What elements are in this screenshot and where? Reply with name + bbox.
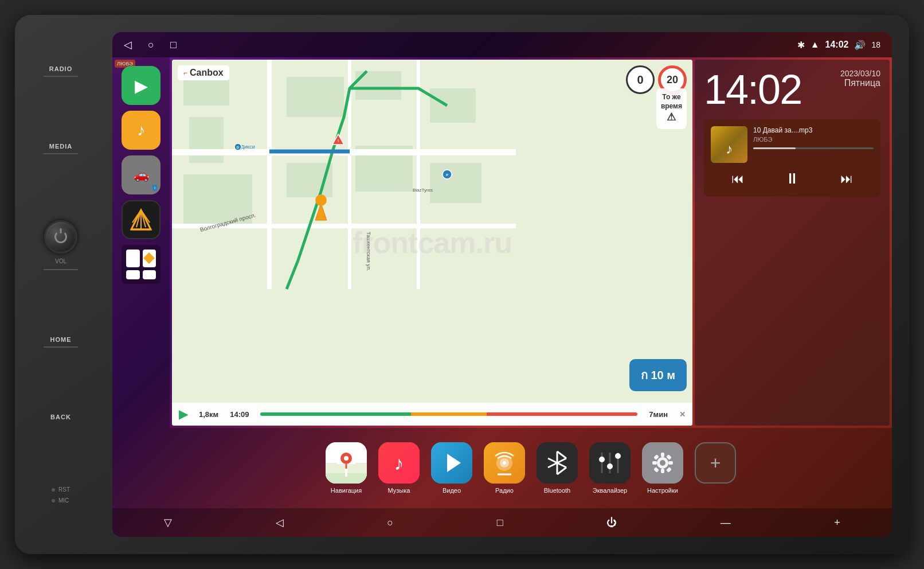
bluetooth-app-icon[interactable] — [537, 442, 578, 484]
dock-app-add[interactable]: + — [695, 442, 736, 494]
add-label — [714, 487, 716, 494]
svg-text:Ташкентская ул.: Ташкентская ул. — [366, 232, 371, 271]
radio-svg — [484, 442, 525, 484]
back-label: BACK — [50, 414, 71, 420]
navigation-label: Навигация — [331, 487, 362, 494]
top-panels: ! Волгоградский просп. Ташкентская ул. Д… — [170, 57, 892, 428]
canbox-logo-area: ⌐ Canbox — [178, 65, 229, 80]
clock-day: Пятница — [840, 78, 880, 88]
dock-app-video[interactable]: Видео — [431, 442, 472, 494]
dock-app-bluetooth[interactable]: Bluetooth — [537, 442, 578, 494]
album-art-inner: ЛЮБЭ ♪ — [711, 126, 747, 163]
dock-app-settings[interactable]: Настройки — [642, 442, 683, 494]
music-app-icon[interactable]: ♪ — [378, 442, 420, 484]
home-nav-btn[interactable]: ○ — [148, 39, 154, 51]
media-slider[interactable] — [44, 153, 78, 154]
equalizer-app-icon[interactable] — [589, 442, 631, 484]
device-body: RADIO MEDIA VOL HOME BACK RST — [15, 15, 909, 554]
nav-buttons: ◁ ○ □ — [124, 38, 177, 51]
music-progress-bar — [753, 147, 874, 149]
svg-point-71 — [660, 460, 665, 466]
prev-btn[interactable]: ⏮ — [731, 172, 744, 186]
grid-apps-icon[interactable] — [122, 245, 160, 284]
vol-slider[interactable] — [44, 269, 78, 270]
eq-svg — [589, 442, 631, 484]
svg-text:♪: ♪ — [394, 452, 404, 474]
mic-label: MIC — [58, 497, 69, 504]
nav-instruction: То же время ⚠ — [656, 88, 687, 129]
nav-recent-bottom-btn[interactable]: □ — [488, 512, 512, 533]
nav-power-btn[interactable]: ⏻ — [597, 512, 626, 533]
volume-icon: 🔊 — [854, 40, 866, 50]
carplay-icon[interactable]: ▶ — [122, 66, 160, 105]
bluetooth-label: Bluetooth — [544, 487, 570, 494]
mic-dot — [52, 499, 55, 502]
svg-text:Дикси: Дикси — [241, 144, 255, 150]
left-panel: RADIO MEDIA VOL HOME BACK RST — [15, 15, 107, 554]
screen-area: ◁ ○ □ ✱ ▲ 14:02 🔊 18 ▶ — [112, 32, 892, 537]
nav-plus-btn[interactable]: + — [825, 512, 849, 533]
map-svg: ! Волгоградский просп. Ташкентская ул. Д… — [172, 60, 692, 426]
turn-instruction: ก 10 м — [629, 359, 687, 391]
dock-app-radio[interactable]: Радио — [484, 442, 525, 494]
map-container: ! Волгоградский просп. Ташкентская ул. Д… — [172, 60, 692, 426]
status-time: 14:02 — [825, 40, 849, 50]
svg-text:D: D — [237, 146, 240, 149]
next-btn[interactable]: ⏭ — [840, 172, 853, 186]
home-label: HOME — [44, 336, 78, 343]
clock-top-row: 14:02 2023/03/10 Пятница — [704, 69, 880, 110]
status-bar: ◁ ○ □ ✱ ▲ 14:02 🔊 18 — [112, 32, 892, 57]
clock-widget: 14:02 2023/03/10 Пятница — [695, 60, 890, 426]
svg-text:BlazTyres: BlazTyres — [413, 188, 433, 193]
settings-svg — [642, 442, 683, 484]
main-area: ▶ ♪ 🚗 i — [112, 57, 892, 508]
music-progress-fill — [753, 147, 796, 149]
close-route-btn[interactable]: ✕ — [679, 410, 686, 419]
home-slider[interactable] — [44, 346, 78, 348]
play-pause-btn[interactable]: ⏸ — [785, 170, 800, 188]
dock-app-music[interactable]: ♪ Музыка — [378, 442, 420, 494]
music-icon[interactable]: ♪ — [122, 111, 160, 150]
maps-svg — [326, 442, 367, 484]
status-right: ✱ ▲ 14:02 🔊 18 — [797, 40, 880, 50]
kanbox-icon[interactable] — [122, 200, 160, 239]
nav-back-btn[interactable]: ◁ — [267, 512, 293, 533]
eta-time: 14:09 — [230, 410, 249, 419]
radio-app-icon[interactable] — [484, 442, 525, 484]
bluetooth-icon: ✱ — [797, 40, 805, 50]
svg-point-45 — [344, 456, 349, 461]
navigation-app-icon[interactable] — [326, 442, 367, 484]
settings-label: Настройки — [647, 487, 678, 494]
app-sidebar: ▶ ♪ 🚗 i — [112, 57, 170, 508]
video-app-icon[interactable] — [431, 442, 472, 484]
dock-app-navigation[interactable]: Навигация — [326, 442, 367, 494]
clock-date: 2023/03/10 — [840, 69, 880, 78]
nav-minus-btn[interactable]: — — [711, 512, 740, 533]
clock-time: 14:02 — [704, 69, 801, 110]
nav-down-btn[interactable]: ▽ — [155, 512, 181, 533]
map-widget[interactable]: ! Волгоградский просп. Ташкентская ул. Д… — [172, 60, 692, 426]
bottom-nav-bar: ▽ ◁ ○ □ ⏻ — + — [112, 508, 892, 537]
video-label: Видео — [443, 487, 461, 494]
svg-rect-75 — [668, 461, 673, 465]
back-nav-btn[interactable]: ◁ — [124, 38, 132, 51]
radio-slider[interactable] — [44, 76, 78, 77]
svg-point-64 — [599, 457, 605, 462]
svg-text:P: P — [446, 173, 448, 177]
svg-point-68 — [615, 453, 621, 459]
rst-indicator: RST — [52, 486, 70, 493]
dock-app-equalizer[interactable]: Эквалайзер — [589, 442, 631, 494]
add-app-icon[interactable]: + — [695, 442, 736, 484]
recent-nav-btn[interactable]: □ — [170, 39, 177, 51]
svg-rect-73 — [661, 469, 664, 473]
center-content: ! Волгоградский просп. Ташкентская ул. Д… — [170, 57, 892, 508]
nav-home-bottom-btn[interactable]: ○ — [378, 512, 402, 533]
music-svg: ♪ — [378, 442, 420, 484]
music-info: ЛЮБЭ ♪ 10 Давай за....mp3 — [711, 126, 874, 163]
track-title: 10 Давай за....mp3 — [753, 126, 874, 134]
settings-app-icon[interactable] — [642, 442, 683, 484]
power-knob[interactable] — [44, 220, 77, 254]
svg-rect-11 — [287, 77, 344, 117]
car-icon[interactable]: 🚗 i — [122, 155, 160, 194]
current-speed: 0 — [626, 65, 655, 94]
